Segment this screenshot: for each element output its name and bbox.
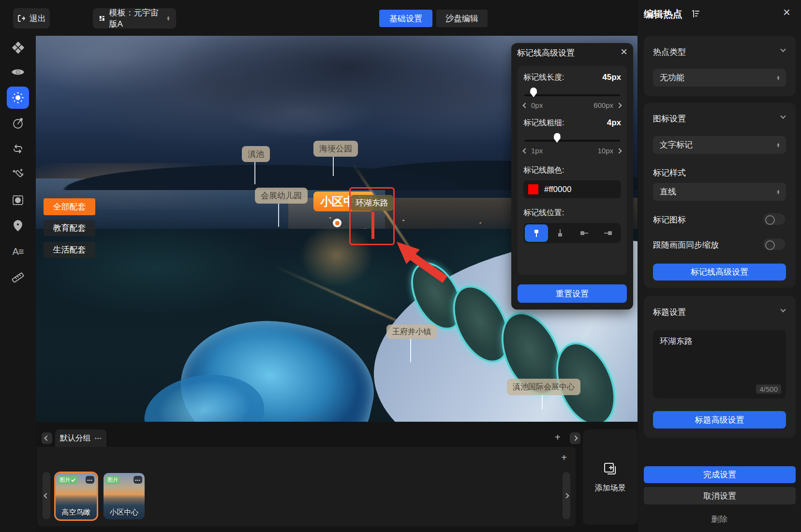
scene-thumb-name: 小区中心 bbox=[104, 508, 145, 517]
line-advanced-panel: 标记线高级设置 × 标记线长度: 45px 0px 600px 标记线粗细: 4… bbox=[511, 43, 633, 310]
line-width-slider[interactable] bbox=[523, 133, 621, 144]
map-label-convention-center[interactable]: 滇池国际会展中心 bbox=[507, 379, 580, 395]
mark-icon-label: 标记图标 bbox=[653, 214, 686, 225]
map-label-kindergarten[interactable]: 会展幼儿园 bbox=[255, 188, 308, 204]
map-label-haigeng-park[interactable]: 海埂公园 bbox=[313, 141, 358, 157]
collapse-chevron-icon[interactable] bbox=[780, 46, 786, 52]
template-select[interactable]: 模板：元宇宙版A ▲▼ bbox=[93, 8, 176, 29]
line-color-label: 标记线颜色: bbox=[523, 165, 621, 176]
decrease-icon[interactable] bbox=[522, 103, 528, 108]
hotspot-icon[interactable] bbox=[7, 87, 29, 109]
panorama-glass-building bbox=[139, 368, 269, 422]
position-left-button[interactable] bbox=[573, 224, 596, 242]
increase-icon[interactable] bbox=[616, 148, 622, 153]
hotspot-type-select[interactable]: 无功能 ▲▼ bbox=[653, 69, 786, 87]
line-length-slider[interactable] bbox=[523, 88, 621, 98]
line-panel-close-icon[interactable]: × bbox=[621, 45, 627, 59]
chevron-left-icon bbox=[44, 435, 49, 441]
scene-thumb-aerial[interactable]: 图片 ••• 高空鸟瞰 bbox=[56, 473, 97, 519]
add-thumbnail-icon[interactable]: + bbox=[561, 453, 567, 462]
line-color-field[interactable]: #ff0000 bbox=[523, 180, 621, 198]
line-advanced-settings-button[interactable]: 标记线高级设置 bbox=[653, 264, 786, 281]
leader-line bbox=[410, 339, 411, 362]
left-toolbar: A≡ bbox=[0, 36, 36, 532]
scene-type-badge: 图片 bbox=[58, 476, 77, 484]
eye-icon[interactable] bbox=[7, 61, 29, 83]
delete-button[interactable]: 删除 bbox=[638, 514, 801, 525]
exit-icon bbox=[17, 14, 26, 23]
community-pin-icon[interactable] bbox=[333, 219, 341, 227]
loop-icon[interactable] bbox=[7, 138, 29, 160]
add-scene-button[interactable]: 添加场景 bbox=[583, 429, 638, 525]
magic-wand-icon[interactable] bbox=[7, 163, 29, 186]
line-width-max: 10px bbox=[597, 147, 613, 155]
line-width-label: 标记线粗细: bbox=[523, 118, 564, 128]
diamonds-icon[interactable] bbox=[7, 37, 29, 59]
line-width-min: 1px bbox=[531, 147, 543, 155]
mark-style-select[interactable]: 直线 ▲▼ bbox=[653, 183, 786, 201]
filter-life[interactable]: 生活配套 bbox=[44, 242, 95, 258]
done-settings-button[interactable]: 完成设置 bbox=[644, 466, 796, 483]
filter-education[interactable]: 教育配套 bbox=[44, 220, 95, 236]
scene-thumb-community[interactable]: 图片 ••• 小区中心 bbox=[104, 473, 145, 519]
line-panel-title: 标记线高级设置 bbox=[517, 47, 575, 59]
line-length-value: 45px bbox=[602, 73, 621, 82]
mark-icon-toggle[interactable] bbox=[763, 213, 785, 225]
line-length-label: 标记线长度: bbox=[523, 73, 564, 83]
position-bottom-button[interactable] bbox=[549, 224, 572, 242]
color-swatch[interactable] bbox=[528, 184, 538, 194]
position-right-button[interactable] bbox=[597, 224, 620, 242]
thumb-menu-icon[interactable]: ••• bbox=[134, 476, 142, 484]
tab-sandbox-edit[interactable]: 沙盘编辑 bbox=[436, 10, 488, 27]
ruler-icon[interactable] bbox=[7, 266, 29, 288]
line-position-group bbox=[523, 223, 621, 243]
initial-view-icon[interactable] bbox=[7, 112, 29, 134]
template-label: 模板：元宇宙版A bbox=[109, 7, 163, 30]
map-label-wangfujing[interactable]: 王府井小镇 bbox=[386, 325, 437, 339]
text-style-icon[interactable]: A≡ bbox=[7, 240, 29, 263]
position-top-button[interactable] bbox=[525, 224, 548, 242]
collapse-chevron-icon[interactable] bbox=[780, 307, 786, 312]
exit-label: 退出 bbox=[30, 13, 46, 24]
map-label-road[interactable]: 环湖东路 bbox=[351, 195, 393, 211]
title-advanced-settings-button[interactable]: 标题高级设置 bbox=[653, 411, 786, 429]
group-tab-label: 默认分组 bbox=[60, 433, 91, 443]
increase-icon[interactable] bbox=[616, 103, 622, 108]
thumbs-scroll-right[interactable] bbox=[563, 472, 570, 519]
panorama-roof-pod bbox=[442, 276, 521, 371]
check-icon bbox=[71, 478, 75, 482]
chevron-left-icon bbox=[44, 493, 49, 498]
chevron-right-icon bbox=[572, 435, 578, 441]
pointer-arrow bbox=[395, 240, 449, 283]
icon-type-select[interactable]: 文字标记 ▲▼ bbox=[653, 136, 786, 154]
icon-settings-label: 图标设置 bbox=[653, 113, 686, 124]
group-next-button[interactable] bbox=[570, 432, 580, 444]
group-tab-default[interactable]: 默认分组 ••• bbox=[55, 429, 106, 447]
map-label-dianchi[interactable]: 滇池 bbox=[242, 146, 270, 162]
leader-line bbox=[333, 157, 334, 176]
sync-zoom-toggle[interactable] bbox=[763, 238, 785, 250]
reset-settings-button[interactable]: 重置设置 bbox=[518, 284, 627, 303]
char-counter: 4/500 bbox=[756, 384, 781, 394]
group-prev-button[interactable] bbox=[42, 432, 52, 444]
mask-image-icon[interactable] bbox=[7, 189, 29, 211]
location-pin-icon[interactable] bbox=[7, 215, 29, 237]
decrease-icon[interactable] bbox=[522, 148, 528, 153]
thumb-menu-icon[interactable]: ••• bbox=[86, 476, 94, 484]
title-settings-label: 标题设置 bbox=[653, 307, 686, 318]
exit-button[interactable]: 退出 bbox=[13, 8, 50, 29]
title-textarea[interactable]: 环湖东路 4/500 bbox=[653, 330, 786, 399]
line-length-max: 600px bbox=[593, 101, 613, 109]
thumbs-scroll-left[interactable] bbox=[43, 472, 50, 519]
cancel-settings-button[interactable]: 取消设置 bbox=[644, 487, 796, 504]
updown-icon: ▲▼ bbox=[776, 143, 780, 148]
collapse-chevron-icon[interactable] bbox=[780, 113, 786, 118]
sidebar-close-icon[interactable]: × bbox=[783, 5, 790, 20]
group-menu-icon[interactable]: ••• bbox=[95, 435, 102, 441]
mark-style-label: 标记样式 bbox=[653, 167, 686, 178]
top-bar: 退出 模板：元宇宙版A ▲▼ 基础设置 沙盘编辑 bbox=[0, 0, 638, 36]
tab-basic-settings[interactable]: 基础设置 bbox=[379, 10, 432, 27]
leader-line bbox=[278, 204, 279, 227]
filter-all-facilities[interactable]: 全部配套 bbox=[44, 198, 95, 215]
add-group-icon[interactable]: + bbox=[555, 432, 561, 442]
